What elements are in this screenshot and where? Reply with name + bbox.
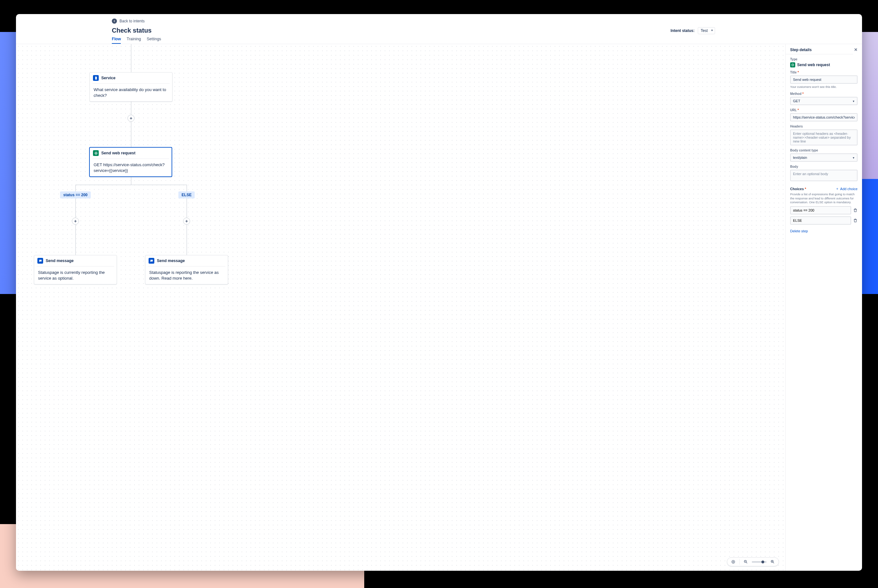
chat-icon bbox=[148, 258, 154, 264]
intent-status-label: Intent status: bbox=[671, 28, 695, 33]
node-body: GET https://service-status.com/check?ser… bbox=[90, 159, 172, 176]
tab-training[interactable]: Training bbox=[126, 37, 141, 44]
add-step-button[interactable]: + bbox=[72, 218, 79, 225]
node-title: Send web request bbox=[101, 151, 135, 155]
node-send-message-right[interactable]: Send message Statuspage is reporting the… bbox=[145, 255, 228, 284]
body-type-value: text/plain bbox=[793, 156, 807, 159]
method-label: Method bbox=[790, 92, 857, 96]
choice-input[interactable] bbox=[790, 216, 851, 225]
web-request-icon bbox=[93, 150, 99, 156]
title-field[interactable] bbox=[790, 75, 857, 84]
body-type-select[interactable]: text/plain bbox=[790, 153, 857, 162]
connector bbox=[131, 118, 131, 147]
connector bbox=[131, 176, 131, 185]
body-type-label: Body content type bbox=[790, 148, 857, 152]
svg-point-2 bbox=[732, 560, 734, 563]
zoom-toolbar bbox=[727, 557, 779, 566]
method-value: GET bbox=[793, 99, 800, 103]
add-step-button[interactable]: + bbox=[183, 218, 190, 225]
choice-row bbox=[790, 206, 857, 214]
node-send-message-left[interactable]: Send message Statuspage is currently rep… bbox=[34, 255, 117, 284]
document-icon bbox=[93, 75, 99, 81]
trash-icon[interactable] bbox=[853, 208, 857, 213]
tabs: Flow Training Settings bbox=[112, 37, 853, 44]
tab-flow[interactable]: Flow bbox=[112, 37, 121, 44]
node-body: What service availability do you want to… bbox=[90, 84, 172, 101]
title-field-label: Title bbox=[790, 70, 857, 74]
node-send-web-request[interactable]: Send web request GET https://service-sta… bbox=[89, 147, 172, 177]
back-to-intents[interactable]: Back to intents bbox=[112, 18, 853, 24]
node-body: Statuspage is currently reporting the se… bbox=[34, 267, 117, 284]
branch-condition-right[interactable]: ELSE bbox=[178, 191, 195, 198]
svg-point-1 bbox=[733, 561, 734, 562]
node-title: Send message bbox=[46, 258, 74, 263]
chat-icon bbox=[37, 258, 43, 264]
zoom-in-icon[interactable] bbox=[770, 559, 775, 565]
body-label: Body bbox=[790, 165, 857, 168]
body-field[interactable]: Enter an optional body bbox=[790, 170, 857, 181]
flow-canvas[interactable]: + + + status == 200 ELSE Service What se… bbox=[16, 44, 785, 571]
zoom-out-icon[interactable] bbox=[743, 559, 749, 565]
choice-input[interactable] bbox=[790, 206, 851, 214]
zoom-slider-thumb[interactable] bbox=[761, 561, 764, 563]
headers-field[interactable]: Enter optional headers as <header-name>:… bbox=[790, 129, 857, 146]
add-choice-button[interactable]: ＋ Add choice bbox=[836, 186, 857, 191]
branch-condition-left[interactable]: status == 200 bbox=[60, 191, 91, 198]
node-service[interactable]: Service What service availability do you… bbox=[90, 72, 172, 102]
choice-row bbox=[790, 216, 857, 225]
url-label: URL bbox=[790, 108, 857, 112]
delete-step-link[interactable]: Delete step bbox=[790, 229, 808, 233]
step-details-panel: Step details ✕ Type Send web request Tit… bbox=[785, 44, 862, 571]
add-choice-label: Add choice bbox=[840, 187, 857, 191]
recenter-icon[interactable] bbox=[730, 559, 736, 565]
page-title: Check status bbox=[112, 27, 152, 34]
close-icon[interactable]: ✕ bbox=[854, 47, 857, 52]
add-step-button[interactable]: + bbox=[127, 115, 135, 122]
method-select[interactable]: GET bbox=[790, 97, 857, 105]
intent-status-select[interactable]: Test bbox=[698, 27, 715, 34]
arrow-left-icon bbox=[112, 18, 117, 24]
node-title: Service bbox=[101, 76, 115, 80]
type-label: Type bbox=[790, 57, 857, 61]
url-field[interactable] bbox=[790, 113, 857, 122]
type-value: Send web request bbox=[797, 63, 830, 67]
intent-status-value: Test bbox=[701, 28, 708, 33]
web-request-icon bbox=[790, 62, 795, 68]
trash-icon[interactable] bbox=[853, 218, 857, 223]
choices-help: Provide a list of expressions that going… bbox=[790, 192, 857, 204]
connector bbox=[131, 44, 131, 72]
headers-label: Headers bbox=[790, 124, 857, 128]
title-help: Your customers won't see this title. bbox=[790, 85, 857, 89]
node-title: Send message bbox=[157, 258, 185, 263]
app-window: Back to intents Check status Intent stat… bbox=[16, 14, 862, 571]
panel-title: Step details bbox=[790, 48, 812, 52]
page-header: Back to intents Check status Intent stat… bbox=[16, 14, 862, 44]
plus-icon: ＋ bbox=[836, 186, 839, 191]
node-body: Statuspage is reporting the service as d… bbox=[145, 267, 228, 284]
tab-settings[interactable]: Settings bbox=[147, 37, 161, 44]
zoom-slider-track[interactable] bbox=[752, 561, 767, 562]
back-label: Back to intents bbox=[120, 19, 145, 23]
choices-label: Choices bbox=[790, 187, 806, 191]
